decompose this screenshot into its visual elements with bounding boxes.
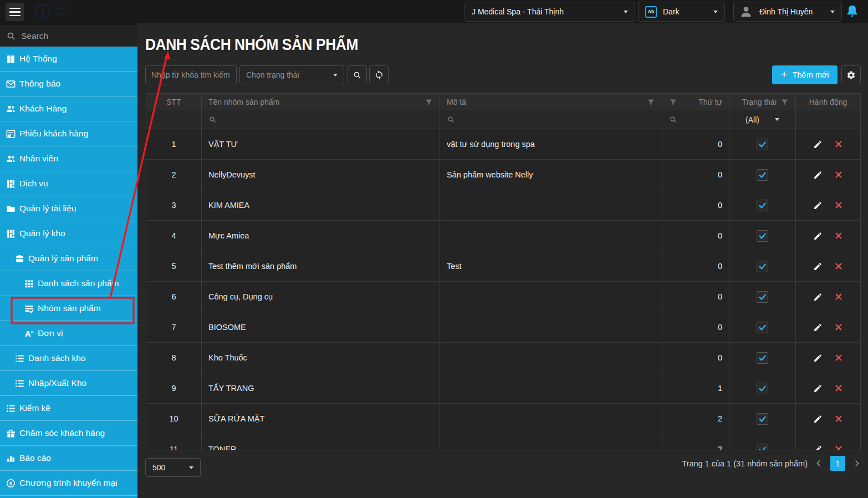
delete-icon[interactable]: [834, 170, 843, 179]
edit-icon[interactable]: [813, 231, 823, 241]
edit-icon[interactable]: [813, 384, 823, 393]
promo-icon: $: [6, 478, 16, 489]
status-checkbox[interactable]: [757, 322, 768, 333]
status-checkbox[interactable]: [757, 413, 768, 425]
edit-icon[interactable]: [813, 170, 823, 180]
prev-page-icon[interactable]: [815, 459, 823, 467]
delete-icon[interactable]: [834, 292, 843, 301]
sidebar-item-nh-n-vi-n[interactable]: Nhân viên: [0, 146, 137, 171]
settings-gear-button[interactable]: [841, 65, 861, 84]
row-order: 2: [662, 434, 729, 450]
table-row: 1 VẬT TƯ vật tư sử dụng trong spa 0: [146, 129, 860, 160]
delete-icon[interactable]: [834, 353, 843, 362]
delete-icon[interactable]: [834, 384, 843, 393]
sidebar-item-danh-s-ch-kho[interactable]: Danh sách kho: [0, 346, 137, 371]
row-desc: [440, 434, 662, 450]
row-stt: 6: [146, 282, 202, 312]
delete-icon[interactable]: [834, 445, 843, 450]
edit-icon[interactable]: [813, 353, 823, 363]
delete-icon[interactable]: [834, 231, 843, 240]
filter-icon[interactable]: [647, 98, 655, 106]
delete-icon[interactable]: [834, 414, 843, 423]
sidebar-search-input[interactable]: Search: [0, 23, 137, 47]
list-icon: [6, 403, 16, 414]
delete-icon[interactable]: [834, 323, 843, 332]
order-filter-input[interactable]: [662, 110, 729, 129]
row-order: 0: [662, 312, 729, 342]
status-checkbox[interactable]: [757, 169, 768, 181]
sidebar-item-danh-s-ch-s-n-ph-m[interactable]: Danh sách sản phẩm: [0, 271, 137, 296]
status-checkbox[interactable]: [757, 444, 768, 451]
desc-filter-input[interactable]: [440, 110, 662, 129]
status-checkbox[interactable]: [757, 139, 768, 150]
delete-icon[interactable]: [834, 140, 843, 149]
sidebar-item-nh-m-s-n-ph-m[interactable]: Nhóm sản phẩm: [0, 296, 137, 321]
edit-icon[interactable]: [813, 262, 823, 271]
clinic-selector[interactable]: J Medical Spa - Thái Thịnh: [464, 2, 635, 22]
row-name: KIM AMIEA: [202, 190, 440, 220]
column-header-name[interactable]: Tên nhóm sản phẩm: [202, 94, 440, 110]
edit-icon[interactable]: [813, 323, 823, 332]
name-filter-input[interactable]: [202, 110, 440, 129]
search-button[interactable]: [348, 65, 367, 84]
next-page-icon[interactable]: [852, 459, 861, 467]
filter-icon[interactable]: [425, 98, 433, 106]
status-select[interactable]: Chọn trạng thái: [239, 65, 344, 84]
avatar-icon: [738, 4, 754, 19]
edit-icon[interactable]: [813, 292, 823, 302]
row-name: TẨY TRANG: [202, 373, 440, 403]
sidebar-item-th-ng-b-o[interactable]: Thông báo: [0, 72, 137, 96]
card-icon: [6, 129, 16, 139]
edit-icon[interactable]: [813, 201, 823, 210]
svg-text:$: $: [9, 480, 12, 486]
add-new-button[interactable]: + Thêm mới: [772, 65, 838, 84]
sidebar-item-qu-n-l-t-i-li-u[interactable]: Quản lý tài liệu: [0, 196, 137, 221]
filter-icon[interactable]: [780, 98, 789, 106]
sidebar-item-ki-m-k-[interactable]: Kiểm kê: [0, 396, 137, 421]
sidebar-item-phi-u-kh-ch-h-ng[interactable]: Phiếu khách hàng: [0, 121, 137, 146]
refresh-button[interactable]: [369, 65, 389, 84]
sidebar-item-d-ch-v-[interactable]: Dịch vụ: [0, 171, 137, 196]
notifications-bell-icon[interactable]: [845, 4, 860, 19]
column-header-status[interactable]: Trạng thái: [729, 94, 796, 110]
sidebar-item-b-o-c-o[interactable]: Báo cáo: [0, 446, 137, 471]
table-row: 9 TẨY TRANG 1: [146, 373, 860, 404]
status-checkbox[interactable]: [757, 200, 768, 211]
sidebar-item-qu-n-l-s-n-ph-m[interactable]: Quản lý sản phẩm: [0, 246, 137, 271]
chevron-down-icon: [189, 466, 193, 469]
status-checkbox[interactable]: [757, 383, 768, 394]
keyword-search-input[interactable]: [145, 65, 237, 84]
chevron-down-icon: [775, 118, 779, 121]
sidebar-item--n-v-[interactable]: Ao Đơn vị: [0, 321, 137, 346]
row-desc: [440, 282, 662, 312]
delete-icon[interactable]: [834, 262, 843, 271]
delete-icon[interactable]: [834, 201, 843, 210]
sidebar-item-qu-n-l-kho[interactable]: Quản lý kho: [0, 221, 137, 246]
sidebar-item-h-th-ng[interactable]: Hệ Thống: [0, 47, 137, 72]
status-checkbox[interactable]: [757, 352, 768, 364]
filter-icon[interactable]: [669, 98, 677, 106]
sidebar-item-kh-ch-h-ng[interactable]: Khách Hàng: [0, 96, 137, 121]
edit-icon[interactable]: [813, 414, 823, 424]
column-header-desc[interactable]: Mô tả: [440, 94, 662, 110]
theme-selector[interactable]: Ab Dark: [638, 2, 725, 22]
status-filter-select[interactable]: (All): [729, 110, 796, 129]
row-name: SỮA RỬA MẶT: [202, 404, 440, 434]
product-groups-table: STT Tên nhóm sản phẩm Mô tả Thứ tự Trạng…: [146, 93, 861, 450]
status-checkbox[interactable]: [757, 291, 768, 303]
sidebar-item-ch-ng-tr-nh-khuy-n-m-i[interactable]: $ Chương trình khuyến mại: [0, 471, 137, 496]
status-checkbox[interactable]: [757, 230, 768, 242]
hamburger-menu-button[interactable]: [6, 3, 24, 21]
user-menu[interactable]: Đinh Thị Huyền: [733, 2, 842, 22]
clinic-selector-value: J Medical Spa - Thái Thịnh: [472, 7, 564, 16]
edit-icon[interactable]: [813, 445, 823, 451]
column-header-order[interactable]: Thứ tự: [662, 94, 729, 110]
edit-icon[interactable]: [813, 140, 823, 149]
page-number-button[interactable]: 1: [830, 456, 845, 471]
row-stt: 7: [146, 312, 202, 342]
sidebar-item-nh-p-xu-t-kho[interactable]: Nhập/Xuất Kho: [0, 371, 137, 396]
sidebar-item-ch-m-s-c-kh-ch-h-ng[interactable]: Chăm sóc khách hàng: [0, 421, 137, 446]
status-checkbox[interactable]: [757, 261, 768, 272]
column-header-stt[interactable]: STT: [146, 94, 202, 110]
page-size-select[interactable]: 500: [145, 458, 201, 477]
